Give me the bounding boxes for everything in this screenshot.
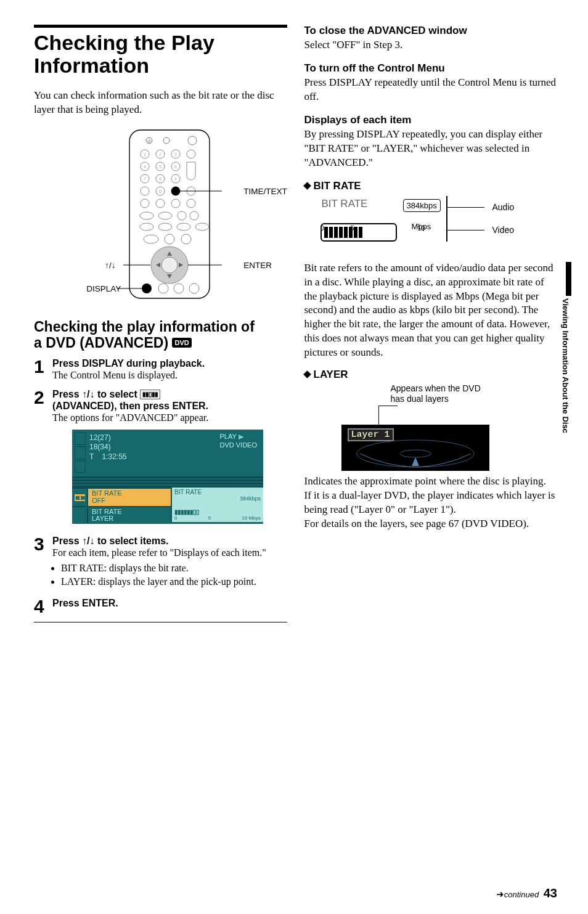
heading-bitrate-label: BIT RATE [314, 180, 361, 192]
heading-turnoff-menu: To turn off the Control Menu [304, 62, 558, 75]
menu-item-bitrate: BIT RATE [92, 489, 122, 497]
page-title: Checking the Play Information [34, 31, 287, 78]
svg-text:7: 7 [144, 177, 146, 181]
step-head: Press ↑/↓ to select items. [52, 535, 287, 547]
step-head: Press ↑/↓ to select ▮▮▯▮▮ (ADVANCED), th… [52, 388, 287, 412]
remote-label-time: TIME/TEXT [243, 187, 287, 196]
scale-0: 0 [174, 515, 177, 521]
section-divider [34, 25, 287, 28]
step-2: 2 Press ↑/↓ to select ▮▮▯▮▮ (ADVANCED), … [34, 388, 287, 529]
step-1: 1 Press DISPLAY during playback. The Con… [34, 357, 287, 382]
svg-text:2: 2 [159, 152, 161, 157]
disc-icon [354, 438, 477, 469]
br-kbps-badge: 384kbps [403, 199, 441, 212]
step-text: For each item, please refer to "Displays… [52, 547, 287, 560]
heading-bitrate: BIT RATE [304, 180, 558, 192]
svg-point-55 [400, 450, 431, 457]
text-turnoff-menu: Press DISPLAY repeatedly until the Contr… [304, 76, 558, 104]
menu-right-kbps: 384kbps [240, 496, 261, 502]
br-mbps-label: Mbps [412, 222, 431, 231]
dvd-badge-icon: DVD [172, 338, 191, 348]
intro-paragraph: You can check information such as the bi… [34, 89, 287, 117]
menu-item-layer: LAYER [92, 515, 113, 522]
step-text: The Control Menu is displayed. [52, 369, 287, 382]
menu-right-title: BIT RATE [174, 489, 261, 496]
step-3: 3 Press ↑/↓ to select items. For each it… [34, 535, 287, 592]
heading-displays: Displays of each item [304, 114, 558, 126]
menu-time: T 1:32:55 [89, 452, 258, 462]
layer-figure: Appears when the DVD has dual layers Lay… [341, 383, 502, 471]
lead-video: Video [492, 225, 515, 235]
remote-figure: ⏻ 123 456 789 0 [34, 129, 287, 301]
lead-audio: Audio [492, 202, 515, 212]
step-4: 4 Press ENTER. [34, 597, 287, 616]
page-footer: ➜continued 43 [496, 886, 557, 900]
scale-5: 5 [208, 515, 211, 521]
thin-divider [34, 622, 287, 622]
br-scale-5: 5 [350, 224, 354, 232]
bars-icon: ▮▮▯▮▮ [72, 489, 88, 505]
continued-arrow-icon: ➜ [496, 889, 504, 899]
text-displays: By pressing DISPLAY repeatedly, you can … [304, 128, 558, 170]
svg-text:0: 0 [159, 189, 161, 194]
layer-note-1: Appears when the DVD [391, 383, 481, 393]
subsection-heading: Checking the play information of a DVD (… [34, 319, 287, 351]
svg-text:8: 8 [159, 177, 161, 181]
remote-label-arrows: ↑/↓ [105, 261, 115, 270]
step-head-a: Press ↑/↓ to select [52, 389, 140, 399]
svg-point-45 [161, 257, 178, 273]
layer-note-2: has dual layers [391, 394, 449, 404]
bullet-bitrate: BIT RATE: displays the bit rate. [61, 562, 287, 575]
svg-text:9: 9 [174, 177, 177, 181]
step-number: 1 [34, 357, 52, 376]
h2-line2: a DVD (ADVANCED) [34, 335, 168, 351]
page-number: 43 [544, 886, 557, 900]
menu-item-off: OFF [92, 497, 105, 504]
svg-text:5: 5 [159, 165, 161, 169]
menu-item-bitrate2: BIT RATE [92, 508, 122, 515]
step-number: 3 [34, 535, 52, 553]
scale-10: 10 [242, 515, 247, 521]
step-head: Press ENTER. [52, 597, 287, 609]
bitrate-paragraph: Bit rate refers to the amount of video/a… [304, 261, 558, 361]
text-close-advanced: Select "OFF" in Step 3. [304, 38, 558, 52]
side-tab: Viewing Information About the Disc [561, 262, 576, 459]
menu-source: DVD VIDEO [219, 441, 257, 449]
svg-text:6: 6 [174, 165, 177, 169]
br-scale-0: 0 [321, 224, 324, 232]
step-number: 2 [34, 388, 52, 407]
svg-text:1: 1 [144, 152, 146, 157]
step-head: Press DISPLAY during playback. [52, 357, 287, 369]
svg-text:4: 4 [144, 165, 146, 169]
menu-play-label: PLAY [219, 433, 236, 440]
heading-layer: LAYER [304, 369, 558, 381]
step-text: The options for "ADVANCED" appear. [52, 412, 287, 425]
remote-icon: ⏻ 123 456 789 0 [117, 129, 222, 299]
svg-point-28 [171, 187, 180, 195]
remote-label-display: DISPLAY [86, 284, 121, 293]
remote-label-enter: ENTER [243, 261, 272, 270]
svg-text:⏻: ⏻ [147, 139, 152, 143]
step-head-b: (ADVANCED), then press ENTER. [52, 401, 208, 411]
step-number: 4 [34, 597, 52, 616]
h2-line1: Checking the play information of [34, 319, 255, 335]
advanced-menu-icon: ▮▮▯▮▮ [140, 390, 160, 399]
bitrate-figure: BIT RATE 384kbps 0 5 10 Mbps Audio Video [317, 196, 539, 258]
layer-paragraph: Indicates the approximate point where th… [304, 475, 558, 531]
svg-text:3: 3 [174, 152, 177, 157]
control-menu-figure: 12(27) 18(34) T 1:32:55 PLAY ▶ DVD VIDEO [72, 430, 263, 524]
continued-label: continued [504, 890, 539, 899]
heading-layer-label: LAYER [314, 369, 348, 380]
bars-icon: ▮▮▮▮▮▮▯▯ [174, 508, 199, 515]
bullet-layer: LAYER: displays the layer and the pick-u… [61, 576, 287, 589]
side-tab-label: Viewing Information About the Disc [561, 298, 570, 433]
scale-unit: Mbps [248, 515, 261, 521]
heading-close-advanced: To close the ADVANCED window [304, 25, 558, 37]
